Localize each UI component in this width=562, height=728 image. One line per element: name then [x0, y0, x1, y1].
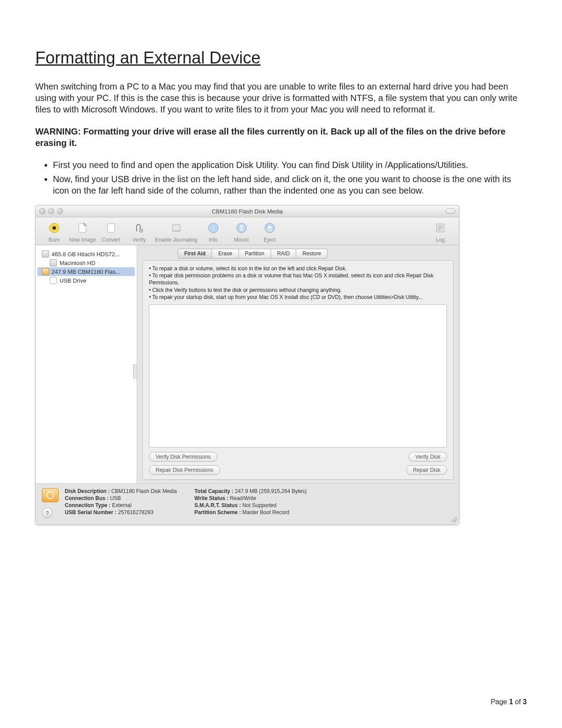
usb-disk-icon [42, 488, 59, 502]
log-icon [433, 221, 447, 235]
toolbar-label: Mount [234, 237, 249, 243]
traffic-lights [39, 208, 63, 214]
sidebar-item-label: USB Drive [60, 277, 86, 284]
footer-page: 1 [509, 698, 513, 706]
verify-button[interactable]: Verify [126, 221, 153, 243]
volume-icon [50, 277, 57, 284]
zoom-icon[interactable] [57, 208, 63, 214]
info-key: Connection Type : [65, 502, 111, 508]
help-line: • Click the Verify buttons to test the d… [149, 287, 447, 294]
mount-button[interactable]: Mount [228, 221, 255, 243]
tab-raid[interactable]: RAID [271, 249, 297, 258]
info-value: 247.9 MB (259,915,264 Bytes) [235, 488, 307, 494]
info-value: External [112, 502, 131, 508]
verify-icon [132, 221, 146, 235]
info-value: Read/Write [230, 495, 257, 501]
toolbar-label: Info [209, 237, 218, 243]
info-key: Connection Bus : [65, 495, 108, 501]
convert-icon [104, 221, 118, 235]
svg-rect-3 [108, 224, 115, 232]
help-line: • To repair your startup disk, start up … [149, 294, 447, 301]
main-panel: First Aid Erase Partition RAID Restore •… [137, 245, 459, 483]
toolbar-label: Burn [48, 237, 60, 243]
tabs: First Aid Erase Partition RAID Restore [178, 249, 454, 258]
footer-of: of [513, 698, 523, 706]
toolbar-toggle-pill[interactable] [446, 209, 455, 214]
footer-prefix: Page [491, 698, 509, 706]
info-value: USB [110, 495, 121, 501]
eject-button[interactable]: Eject [257, 221, 283, 243]
sidebar-item-label: 247.9 MB CBM1180 Flas... [52, 269, 120, 275]
sidebar-item-usb-drive[interactable]: USB Drive [37, 276, 135, 285]
toolbar-label: Convert [102, 237, 120, 243]
info-icon: i [206, 221, 220, 235]
intro-paragraph: When switching from a PC to a Mac you ma… [35, 81, 527, 115]
eject-icon [263, 221, 277, 235]
close-icon[interactable] [39, 208, 45, 214]
info-key: Total Capacity : [194, 488, 233, 494]
footer-total: 3 [523, 698, 527, 706]
harddisk-icon [50, 259, 57, 266]
mount-icon [234, 221, 249, 235]
disk-info-footer: ? Disk Description : CBM1180 Flash Disk … [36, 483, 459, 524]
tab-erase[interactable]: Erase [212, 249, 238, 258]
sidebar-item-label: Macintosh HD [60, 260, 96, 266]
help-line: • To repair disk permission problems on … [149, 272, 447, 286]
toolbar: Burn New Image Convert Verify [36, 217, 459, 245]
info-value: 257616278283 [118, 509, 153, 515]
enable-journaling-button[interactable]: Enable Journaling [154, 221, 198, 243]
sidebar-item-cbm1180[interactable]: 247.9 MB CBM1180 Flas... [37, 267, 135, 276]
first-aid-panel: • To repair a disk or volume, select its… [142, 260, 454, 480]
toolbar-label: New Image [69, 237, 96, 243]
tab-restore[interactable]: Restore [296, 249, 328, 258]
burn-button[interactable]: Burn [41, 221, 67, 243]
page-footer: Page 1 of 3 [491, 698, 527, 706]
repair-disk-button[interactable]: Repair Disk [406, 465, 447, 475]
sidebar-collapse-handle[interactable] [133, 364, 137, 378]
repair-disk-permissions-button[interactable]: Repair Disk Permissions [149, 465, 220, 475]
tab-partition[interactable]: Partition [238, 249, 271, 258]
sidebar-item-hitachi[interactable]: 465.8 GB Hitachi HDS72... [37, 250, 135, 258]
list-item: First you need to find and open the appl… [53, 159, 527, 171]
info-button[interactable]: i Info [200, 221, 227, 243]
page-title: Formatting an External Device [35, 49, 527, 67]
window-titlebar: CBM1180 Flash Disk Media [36, 205, 459, 217]
info-value: CBM1180 Flash Disk Media [111, 488, 177, 494]
svg-point-4 [139, 229, 143, 232]
svg-rect-6 [172, 231, 180, 232]
convert-button[interactable]: Convert [98, 221, 124, 243]
list-item: Now, find your USB drive in the list on … [53, 173, 527, 196]
sidebar-item-macintosh-hd[interactable]: Macintosh HD [37, 258, 135, 267]
harddisk-icon [42, 250, 49, 258]
tab-first-aid[interactable]: First Aid [178, 249, 212, 258]
help-button[interactable]: ? [42, 508, 52, 518]
toolbar-label: Verify [133, 237, 146, 243]
svg-text:i: i [212, 224, 214, 231]
warning-text: WARNING: Formatting your drive will eras… [35, 126, 527, 149]
usb-disk-icon [42, 268, 49, 275]
info-value: Not Supported [242, 502, 276, 508]
results-textarea [149, 304, 447, 448]
burn-icon [47, 221, 61, 235]
resize-grip[interactable] [451, 516, 457, 523]
sidebar-item-label: 465.8 GB Hitachi HDS72... [52, 251, 120, 258]
svg-rect-5 [172, 224, 180, 231]
window-title: CBM1180 Flash Disk Media [36, 208, 459, 215]
toolbar-label: Log [436, 237, 445, 243]
info-key: Partition Scheme : [194, 509, 241, 515]
info-key: Write Status : [194, 495, 228, 501]
info-value: Master Boot Record [242, 509, 290, 515]
verify-disk-permissions-button[interactable]: Verify Disk Permissions [149, 452, 217, 462]
info-key: S.M.A.R.T. Status : [194, 502, 241, 508]
toolbar-label: Eject [264, 237, 275, 243]
verify-disk-button[interactable]: Verify Disk [409, 452, 447, 462]
help-line: • To repair a disk or volume, select its… [149, 265, 447, 272]
log-button[interactable]: Log [427, 221, 454, 243]
disk-utility-window: CBM1180 Flash Disk Media Burn New Image [35, 205, 459, 525]
device-sidebar: 465.8 GB Hitachi HDS72... Macintosh HD 2… [36, 245, 137, 483]
toolbar-label: Enable Journaling [155, 237, 197, 243]
new-image-button[interactable]: New Image [69, 221, 96, 243]
info-key: USB Serial Number : [65, 509, 116, 515]
minimize-icon[interactable] [48, 208, 54, 214]
info-key: Disk Description : [65, 488, 110, 494]
